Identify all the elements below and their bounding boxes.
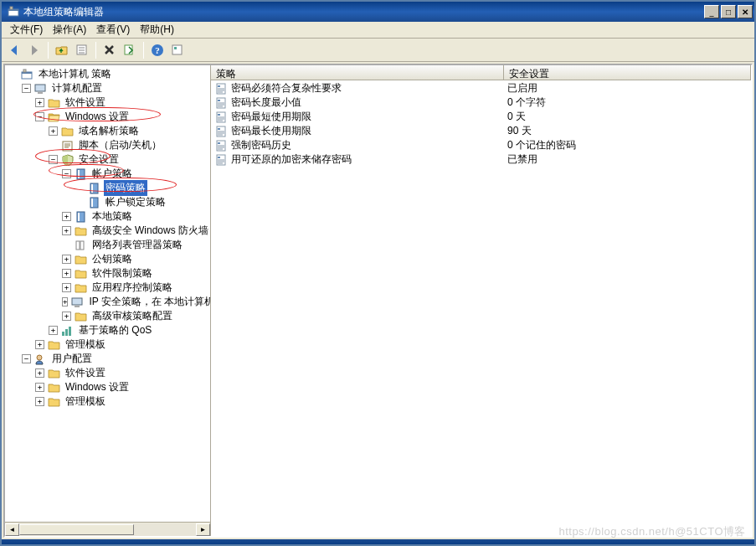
delete-button[interactable] bbox=[100, 41, 119, 59]
tree-nlm[interactable]: 网络列表管理器策略 bbox=[5, 238, 210, 252]
list-row[interactable]: 密码长度最小值0 个字符 bbox=[211, 95, 751, 110]
gpedit-icon bbox=[21, 69, 34, 80]
tree-computer-config[interactable]: − 计算机配置 bbox=[5, 81, 210, 95]
expand-icon[interactable]: + bbox=[35, 340, 44, 349]
expand-icon[interactable]: + bbox=[35, 383, 44, 392]
list-row[interactable]: 密码必须符合复杂性要求已启用 bbox=[211, 81, 751, 95]
collapse-icon[interactable]: − bbox=[22, 354, 31, 363]
expand-icon[interactable]: + bbox=[49, 326, 58, 335]
collapse-icon[interactable]: − bbox=[35, 112, 44, 121]
book-icon bbox=[75, 211, 88, 223]
tree-user-windows[interactable]: + Windows 设置 bbox=[5, 380, 210, 394]
menu-view[interactable]: 查看(V) bbox=[91, 21, 135, 39]
menu-help[interactable]: 帮助(H) bbox=[135, 21, 179, 39]
refresh-button[interactable] bbox=[168, 41, 187, 59]
folder-icon bbox=[48, 97, 61, 109]
expand-icon[interactable]: + bbox=[62, 226, 71, 235]
policy-value: 0 个字符 bbox=[507, 95, 748, 110]
list-row[interactable]: 用可还原的加密来储存密码已禁用 bbox=[211, 152, 751, 167]
maximize-button[interactable]: □ bbox=[721, 5, 736, 18]
minimize-button[interactable]: _ bbox=[704, 5, 719, 18]
tree-local-policy[interactable]: + 本地策略 bbox=[5, 209, 210, 224]
expand-icon[interactable]: + bbox=[62, 269, 71, 278]
policy-icon bbox=[214, 111, 228, 123]
collapse-icon[interactable]: − bbox=[62, 169, 71, 178]
titlebar: 本地组策略编辑器 _ □ ✕ bbox=[2, 2, 754, 22]
collapse-icon[interactable]: − bbox=[49, 155, 58, 164]
expand-icon[interactable]: + bbox=[62, 312, 71, 321]
tree-user-software[interactable]: + 软件设置 bbox=[5, 366, 210, 380]
menu-action[interactable]: 操作(A) bbox=[48, 21, 91, 39]
tree-user-config[interactable]: − 用户配置 bbox=[5, 352, 210, 366]
col-policy[interactable]: 策略 bbox=[211, 65, 504, 80]
scroll-right-button[interactable]: ► bbox=[196, 523, 210, 536]
policy-value: 0 个记住的密码 bbox=[507, 138, 748, 152]
policy-name: 密码必须符合复杂性要求 bbox=[231, 81, 507, 95]
list-pane: 策略 安全设置 密码必须符合复杂性要求已启用密码长度最小值0 个字符密码最短使用… bbox=[211, 65, 751, 536]
tree-lockout-policy[interactable]: 帐户锁定策略 bbox=[5, 195, 210, 209]
col-setting[interactable]: 安全设置 bbox=[504, 65, 751, 80]
expand-icon[interactable]: + bbox=[62, 212, 71, 221]
expand-icon[interactable]: + bbox=[62, 255, 71, 264]
folder-icon bbox=[48, 396, 61, 408]
list-row[interactable]: 密码最长使用期限90 天 bbox=[211, 124, 751, 138]
list-icon bbox=[75, 240, 88, 251]
forward-button[interactable] bbox=[25, 41, 44, 59]
expand-icon[interactable]: + bbox=[35, 368, 44, 378]
tree-account-policy[interactable]: − 帐户策略 bbox=[5, 167, 210, 181]
close-button[interactable]: ✕ bbox=[738, 5, 753, 18]
tree-scripts[interactable]: 脚本（启动/关机） bbox=[5, 138, 210, 152]
tree-password-policy[interactable]: 密码策略 bbox=[5, 181, 210, 195]
policy-icon bbox=[214, 126, 228, 137]
folder-icon bbox=[48, 368, 61, 379]
expand-icon[interactable]: + bbox=[62, 297, 68, 306]
tree-pki[interactable]: + 公钥策略 bbox=[5, 252, 210, 266]
up-button[interactable] bbox=[53, 41, 71, 59]
scroll-thumb[interactable] bbox=[19, 524, 134, 535]
scroll-left-button[interactable]: ◄ bbox=[5, 523, 19, 536]
list-header: 策略 安全设置 bbox=[211, 65, 751, 80]
tree-appctrl[interactable]: + 应用程序控制策略 bbox=[5, 281, 210, 295]
toolbar-separator bbox=[143, 42, 144, 59]
tree-software-settings[interactable]: + 软件设置 bbox=[5, 95, 210, 110]
tree-security-settings[interactable]: − 安全设置 bbox=[5, 152, 210, 167]
menubar: 文件(F) 操作(A) 查看(V) 帮助(H) bbox=[2, 22, 754, 39]
expand-icon[interactable]: + bbox=[49, 126, 58, 136]
tree-dns-policy[interactable]: + 域名解析策略 bbox=[5, 124, 210, 138]
book-icon bbox=[75, 168, 88, 180]
expand-icon[interactable]: + bbox=[62, 283, 71, 292]
tree-ipsec[interactable]: + IP 安全策略，在 本地计算机 bbox=[5, 295, 210, 309]
menu-file[interactable]: 文件(F) bbox=[5, 21, 48, 39]
collapse-icon[interactable]: − bbox=[22, 84, 31, 93]
list-row[interactable]: 强制密码历史0 个记住的密码 bbox=[211, 138, 751, 152]
tree-srp[interactable]: + 软件限制策略 bbox=[5, 266, 210, 281]
show-hide-tree-button[interactable] bbox=[73, 41, 91, 59]
tree-windows-settings[interactable]: − Windows 设置 bbox=[5, 110, 210, 124]
folder-open-icon bbox=[48, 111, 61, 123]
expand-icon[interactable]: + bbox=[35, 397, 44, 406]
tree-qos[interactable]: + 基于策略的 QoS bbox=[5, 323, 210, 337]
list-body[interactable]: 密码必须符合复杂性要求已启用密码长度最小值0 个字符密码最短使用期限0 天密码最… bbox=[211, 80, 751, 536]
tree-adv-firewall[interactable]: + 高级安全 Windows 防火墙 bbox=[5, 224, 210, 238]
tree-audit[interactable]: + 高级审核策略配置 bbox=[5, 309, 210, 323]
expand-icon[interactable]: + bbox=[35, 98, 44, 107]
folder-icon bbox=[75, 268, 88, 280]
folder-icon bbox=[75, 254, 88, 265]
folder-icon bbox=[48, 339, 61, 351]
list-row[interactable]: 密码最短使用期限0 天 bbox=[211, 110, 751, 124]
folder-icon bbox=[61, 126, 75, 137]
help-button[interactable] bbox=[148, 41, 167, 59]
export-button[interactable] bbox=[121, 41, 139, 59]
back-button[interactable] bbox=[5, 41, 23, 59]
window-controls: _ □ ✕ bbox=[704, 5, 753, 18]
scroll-icon bbox=[61, 140, 75, 152]
tree-hscroll[interactable]: ◄ ► bbox=[5, 522, 210, 536]
tree-admin-templates[interactable]: + 管理模板 bbox=[5, 337, 210, 352]
tree-root[interactable]: 本地计算机 策略 bbox=[5, 67, 210, 81]
tree-user-admin-templates[interactable]: + 管理模板 bbox=[5, 394, 210, 409]
bars-icon bbox=[61, 325, 75, 337]
tree-body[interactable]: 本地计算机 策略 − 计算机配置 + 软件设置 − Windows 设置 bbox=[5, 65, 210, 522]
scroll-track[interactable] bbox=[19, 523, 196, 536]
policy-name: 密码最短使用期限 bbox=[231, 110, 507, 124]
policy-icon bbox=[214, 97, 228, 109]
